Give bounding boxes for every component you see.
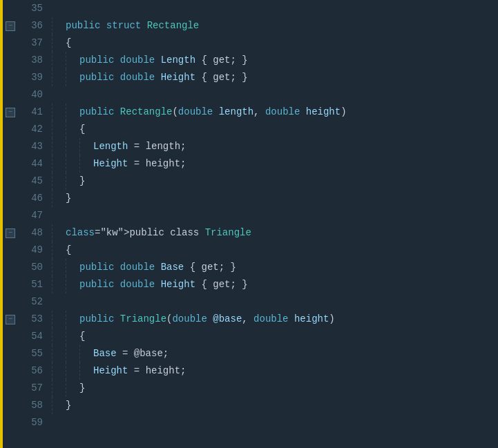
- code-text: {: [79, 121, 85, 138]
- code-text: Height = height;: [93, 362, 186, 380]
- code-line: public double Base { get; }: [52, 259, 498, 276]
- collapse-button[interactable]: −: [6, 315, 15, 324]
- indent-guide: [52, 69, 66, 86]
- line-number-38: 38: [7, 52, 48, 69]
- indent-guide: [66, 380, 79, 397]
- code-text: }: [66, 190, 71, 207]
- line-number-36: −36: [7, 17, 48, 35]
- indent-guide: [52, 190, 66, 207]
- indent-guide: [66, 121, 79, 138]
- code-line: {: [52, 121, 498, 138]
- code-line: [52, 207, 498, 224]
- line-number-text: 57: [31, 380, 43, 397]
- line-number-43: 43: [7, 138, 48, 155]
- line-number-45: 45: [7, 173, 48, 190]
- line-number-53: −53: [7, 311, 48, 328]
- code-line: }: [52, 173, 498, 190]
- line-number-text: 51: [31, 276, 43, 293]
- indent-guide: [66, 259, 79, 276]
- code-line: public Triangle(double @base, double hei…: [52, 311, 498, 328]
- code-editor: 35−3637383940−41424344454647−4849505152−…: [0, 0, 498, 448]
- code-line: {: [52, 35, 498, 52]
- indent-guide: [79, 155, 93, 173]
- code-text: public double Height { get; }: [79, 69, 248, 86]
- code-text: Base = @base;: [93, 345, 169, 362]
- line-number-text: 41: [31, 104, 43, 121]
- indent-guide: [52, 121, 66, 138]
- collapse-button[interactable]: −: [6, 228, 15, 238]
- line-number-55: 55: [7, 345, 48, 362]
- indent-guide: [66, 52, 79, 69]
- line-numbers: 35−3637383940−41424344454647−4849505152−…: [0, 0, 48, 431]
- indent-guide: [66, 328, 79, 345]
- indent-guide: [66, 276, 79, 293]
- code-line: public double Height { get; }: [52, 69, 498, 86]
- code-text: public double Length { get; }: [79, 52, 248, 69]
- line-number-text: 36: [31, 17, 43, 35]
- indent-guide: [52, 397, 66, 414]
- line-number-text: 50: [31, 259, 43, 276]
- indent-guide: [52, 17, 66, 35]
- line-number-59: 59: [7, 414, 48, 431]
- line-number-text: 54: [31, 328, 43, 345]
- line-number-47: 47: [7, 207, 48, 224]
- line-number-57: 57: [7, 380, 48, 397]
- line-number-58: 58: [7, 397, 48, 414]
- collapse-button[interactable]: −: [6, 108, 15, 117]
- code-line: }: [52, 397, 498, 414]
- code-text: public Rectangle(double length, double h…: [79, 104, 347, 121]
- line-number-text: 45: [31, 173, 43, 190]
- code-line: [52, 86, 498, 104]
- indent-guide: [66, 104, 79, 121]
- line-number-text: 35: [31, 0, 43, 17]
- code-line: public double Height { get; }: [52, 276, 498, 293]
- indent-guide: [66, 173, 79, 190]
- line-number-text: 56: [31, 362, 43, 380]
- indent-guide: [52, 155, 66, 173]
- indent-guide: [66, 138, 79, 155]
- line-number-text: 53: [31, 311, 43, 328]
- code-line: public struct Rectangle: [52, 17, 498, 35]
- line-number-40: 40: [7, 86, 48, 104]
- line-number-text: 47: [31, 207, 43, 224]
- code-text: {: [66, 35, 71, 52]
- code-line: Length = length;: [52, 138, 498, 155]
- indent-guide: [66, 345, 79, 362]
- code-line: public Rectangle(double length, double h…: [52, 104, 498, 121]
- indent-guide: [52, 362, 66, 380]
- code-text: }: [66, 397, 71, 414]
- line-number-text: 39: [31, 69, 43, 86]
- line-number-text: 37: [31, 35, 43, 52]
- code-line: Height = height;: [52, 362, 498, 380]
- yellow-accent-bar: [0, 0, 3, 448]
- code-text: Length = length;: [93, 138, 186, 155]
- line-number-54: 54: [7, 328, 48, 345]
- line-number-text: 48: [31, 224, 43, 242]
- indent-guide: [52, 276, 66, 293]
- code-line: {: [52, 242, 498, 259]
- line-number-44: 44: [7, 155, 48, 173]
- line-number-49: 49: [7, 242, 48, 259]
- code-text: }: [79, 380, 85, 397]
- line-number-37: 37: [7, 35, 48, 52]
- line-number-text: 42: [31, 121, 43, 138]
- line-number-text: 44: [31, 155, 43, 173]
- code-text: public double Height { get; }: [79, 276, 248, 293]
- code-line: [52, 414, 498, 431]
- collapse-button[interactable]: −: [6, 21, 15, 31]
- code-line: {: [52, 328, 498, 345]
- line-number-text: 58: [31, 397, 43, 414]
- indent-guide: [79, 138, 93, 155]
- line-number-35: 35: [7, 0, 48, 17]
- line-number-51: 51: [7, 276, 48, 293]
- indent-guide: [52, 380, 66, 397]
- code-text: }: [79, 173, 85, 190]
- code-content: public struct Rectangle{public double Le…: [48, 0, 498, 448]
- indent-guide: [79, 345, 93, 362]
- line-number-text: 52: [31, 293, 43, 311]
- line-number-text: 59: [31, 414, 43, 431]
- indent-guide: [52, 345, 66, 362]
- code-line: }: [52, 190, 498, 207]
- line-number-text: 46: [31, 190, 43, 207]
- indent-guide: [52, 104, 66, 121]
